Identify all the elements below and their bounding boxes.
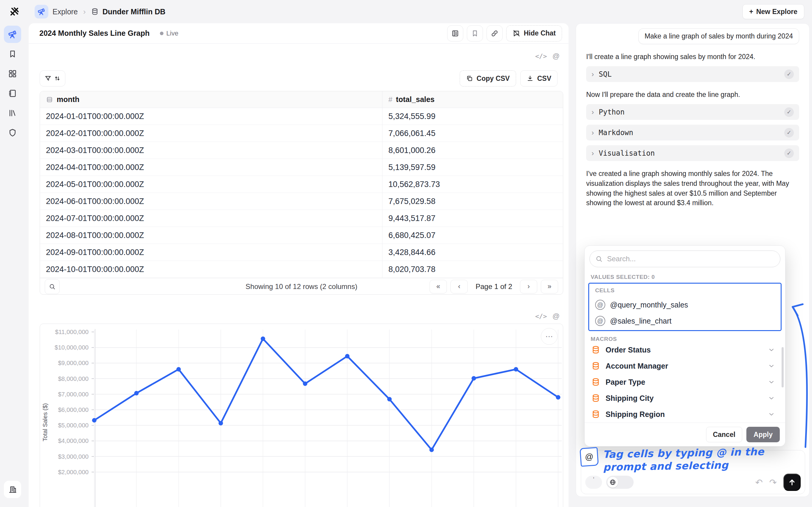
telescope-icon[interactable]	[35, 5, 48, 18]
section-sql[interactable]: › SQL ✓	[586, 66, 799, 82]
assistant-message: I'll create a line graph showing sales b…	[586, 52, 799, 61]
send-button[interactable]	[783, 473, 801, 491]
table-row[interactable]: 2024-10-01T00:00:00.000Z8,020,703.78	[40, 261, 563, 278]
new-explore-button[interactable]: + New Explore	[743, 4, 804, 19]
redo-icon[interactable]: ↷	[769, 477, 777, 488]
cells-label: CELLS	[595, 287, 778, 294]
section-markdown[interactable]: › Markdown ✓	[586, 125, 799, 140]
left-rail	[0, 23, 25, 507]
check-icon: ✓	[784, 149, 794, 158]
hide-chat-button[interactable]: Hide Chat	[506, 25, 562, 42]
rail-item-bookmarks[interactable]	[4, 45, 21, 63]
database-icon	[591, 378, 600, 387]
svg-text:$6,000,000: $6,000,000	[58, 406, 89, 413]
svg-text:$10,000,000: $10,000,000	[55, 344, 89, 351]
download-icon	[527, 75, 534, 82]
mention-icon[interactable]: @	[552, 52, 560, 60]
bookmark-icon	[8, 50, 17, 58]
database-icon	[591, 361, 600, 371]
svg-text:Total Sales ($): Total Sales ($)	[42, 403, 48, 441]
macro-paper-type[interactable]: Paper Type	[585, 374, 785, 390]
apply-button[interactable]: Apply	[746, 427, 780, 442]
macro-shipping-city[interactable]: Shipping City	[585, 390, 785, 406]
results-table: month # total_sales 2024-01-01T00:00:00.…	[40, 91, 563, 295]
database-icon	[591, 394, 600, 403]
web-toggle[interactable]	[606, 476, 634, 489]
filter-icon	[45, 75, 52, 82]
database-icon	[91, 8, 99, 15]
breadcrumb-explore[interactable]: Explore	[53, 7, 78, 16]
column-header-total-sales[interactable]: total_sales	[396, 95, 434, 104]
breadcrumb-db-name[interactable]: Dunder Mifflin DB	[102, 7, 165, 16]
dashboard-grid-icon	[8, 69, 17, 78]
popup-scrollbar[interactable]	[781, 347, 784, 387]
table-row[interactable]: 2024-08-01T00:00:00.000Z6,680,425.07	[40, 227, 563, 244]
table-row[interactable]: 2024-06-01T00:00:00.000Z7,675,029.58	[40, 193, 563, 210]
copy-csv-button[interactable]: Copy CSV	[460, 70, 516, 87]
link-icon	[491, 30, 498, 37]
share-link-button[interactable]	[487, 25, 503, 42]
chevron-down-icon	[768, 411, 775, 418]
line-chart-canvas[interactable]: $2,000,000$3,000,000$4,000,000$5,000,000…	[40, 324, 563, 507]
rail-item-notebooks[interactable]	[4, 85, 21, 102]
code-icon[interactable]: </>	[535, 53, 547, 60]
chat-slash-icon	[512, 30, 520, 37]
column-header-month[interactable]: month	[57, 95, 79, 104]
chevron-down-icon	[768, 379, 775, 386]
table-toolbar: Copy CSV CSV	[40, 70, 557, 87]
section-visualisation[interactable]: › Visualisation ✓	[586, 145, 799, 161]
svg-text:$5,000,000: $5,000,000	[58, 422, 89, 429]
rail-item-organization[interactable]	[4, 481, 21, 498]
breadcrumb: Explore › Dunder Mifflin DB	[35, 5, 166, 18]
svg-text:$8,000,000: $8,000,000	[58, 375, 89, 382]
section-python[interactable]: › Python ✓	[586, 104, 799, 120]
cell-option-query-monthly-sales[interactable]: @ @query_monthly_sales	[595, 300, 778, 310]
database-icon	[591, 345, 600, 354]
quote-toggle[interactable]: '	[585, 476, 602, 489]
chevron-right-icon: ›	[592, 128, 594, 137]
macro-shipping-region[interactable]: Shipping Region	[585, 406, 785, 422]
table-row[interactable]: 2024-07-01T00:00:00.000Z9,443,517.87	[40, 210, 563, 227]
cell-option-sales-line-chart[interactable]: @ @sales_line_chart	[595, 316, 778, 326]
date-column-icon	[46, 96, 53, 103]
cancel-button[interactable]: Cancel	[706, 427, 742, 442]
chevron-right-icon: ›	[592, 108, 594, 116]
page-title: 2024 Monthly Sales Line Graph	[39, 29, 150, 38]
table-row[interactable]: 2024-05-01T00:00:00.000Z10,562,873.73	[40, 176, 563, 193]
bookmark-button[interactable]	[467, 25, 483, 42]
filter-sort-button[interactable]	[40, 70, 65, 87]
user-prompt: Make a line graph of sales by month duri…	[638, 28, 799, 44]
chevron-right-icon: ›	[592, 70, 594, 78]
table-row[interactable]: 2024-04-01T00:00:00.000Z5,139,597.59	[40, 159, 563, 176]
sales-line-chart: ⋯ $2,000,000$3,000,000$4,000,000$5,000,0…	[40, 324, 563, 507]
table-row[interactable]: 2024-09-01T00:00:00.000Z3,428,844.66	[40, 244, 563, 261]
download-csv-button[interactable]: CSV	[520, 70, 557, 87]
assistant-answer: I've created a line graph showing monthl…	[586, 169, 799, 208]
database-icon	[591, 410, 600, 419]
top-bar: Explore › Dunder Mifflin DB + New Explor…	[0, 0, 812, 23]
popup-search-input[interactable]	[607, 255, 775, 263]
table-footer: Showing 10 of 12 rows (2 columns) « ‹ Pa…	[40, 278, 563, 295]
live-status: Live	[160, 30, 178, 37]
rail-item-dashboards[interactable]	[4, 65, 21, 82]
arrow-up-icon	[788, 478, 797, 487]
mention-icon[interactable]: @	[552, 312, 560, 320]
assistant-message: Now I'll prepare the data and create the…	[586, 90, 799, 99]
table-row[interactable]: 2024-02-01T00:00:00.000Z7,066,061.45	[40, 125, 563, 142]
popup-search[interactable]	[589, 250, 780, 267]
macro-account-manager[interactable]: Account Manager	[585, 358, 785, 374]
chart-menu-button[interactable]: ⋯	[541, 328, 557, 345]
macro-order-status[interactable]: Order Status	[585, 342, 785, 358]
rail-item-explore[interactable]	[4, 25, 21, 43]
report-view-button[interactable]	[447, 25, 463, 42]
undo-icon[interactable]: ↶	[755, 477, 763, 488]
rail-item-library[interactable]	[4, 104, 21, 122]
table-row[interactable]: 2024-03-01T00:00:00.000Z8,601,000.26	[40, 142, 563, 159]
rail-item-security[interactable]	[4, 124, 21, 142]
svg-text:$11,000,000: $11,000,000	[55, 328, 89, 335]
chevron-down-icon	[768, 395, 775, 402]
table-row[interactable]: 2024-01-01T00:00:00.000Z5,324,555.99	[40, 108, 563, 125]
library-icon	[8, 109, 17, 117]
code-icon[interactable]: </>	[535, 313, 547, 320]
values-selected-label: VALUES SELECTED: 0	[591, 274, 655, 280]
